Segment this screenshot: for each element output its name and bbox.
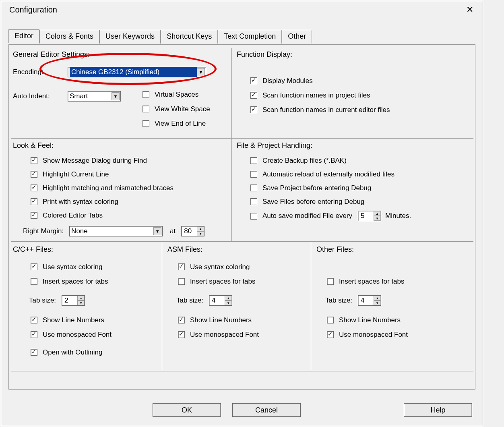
cpp-syntax-label: Use syntax coloring bbox=[43, 263, 102, 271]
save-project-check[interactable] bbox=[250, 184, 257, 191]
scan-project-check[interactable] bbox=[250, 92, 257, 99]
display-modules-check[interactable] bbox=[250, 77, 257, 84]
save-project-label: Save Project before entering Debug bbox=[262, 184, 371, 192]
asm-lineno-label: Show Line Numbers bbox=[190, 316, 252, 324]
autoreload-label: Automatic reload of externally modified … bbox=[262, 170, 395, 178]
autoindent-combo[interactable]: Smart ▼ bbox=[68, 91, 121, 102]
margin-at-spin[interactable]: ▲▼ bbox=[181, 226, 204, 236]
display-modules-label: Display Modules bbox=[262, 77, 313, 85]
autoreload-check[interactable] bbox=[250, 171, 257, 178]
autoindent-label: Auto Indent: bbox=[13, 92, 50, 100]
cpp-spaces-label: Insert spaces for tabs bbox=[43, 278, 108, 286]
tab-colors-fonts[interactable]: Colors & Fonts bbox=[39, 30, 99, 44]
tab-shortcut-keys[interactable]: Shortcut Keys bbox=[161, 30, 218, 44]
margin-at-input[interactable] bbox=[183, 227, 197, 236]
up-icon[interactable]: ▲ bbox=[374, 211, 381, 216]
close-icon[interactable]: ✕ bbox=[462, 4, 478, 15]
minutes-label: Minutes. bbox=[385, 212, 411, 220]
show-msg-check[interactable] bbox=[31, 157, 37, 164]
other-mono-check[interactable] bbox=[327, 331, 334, 338]
backup-label: Create Backup files (*.BAK) bbox=[262, 157, 347, 165]
asm-syntax-label: Use syntax coloring bbox=[190, 263, 250, 271]
down-icon[interactable]: ▼ bbox=[77, 301, 85, 305]
asm-lineno-check[interactable] bbox=[178, 317, 185, 323]
autosave-input[interactable] bbox=[360, 211, 374, 220]
other-mono-label: Use monospaced Font bbox=[339, 331, 408, 339]
tab-user-keywords[interactable]: User Keywords bbox=[99, 30, 161, 44]
down-icon[interactable]: ▼ bbox=[374, 216, 381, 221]
other-lineno-check[interactable] bbox=[327, 317, 334, 323]
asm-heading: ASM Files: bbox=[167, 245, 202, 254]
tab-text-completion[interactable]: Text Completion bbox=[218, 30, 282, 44]
button-bar: OK Cancel Help bbox=[8, 403, 475, 417]
cpp-tab-input[interactable] bbox=[64, 296, 77, 305]
cpp-syntax-check[interactable] bbox=[31, 263, 37, 270]
autosave-spin[interactable]: ▲▼ bbox=[358, 211, 381, 221]
backup-check[interactable] bbox=[250, 157, 257, 164]
scan-editor-check[interactable] bbox=[250, 106, 257, 113]
view-eol-check[interactable] bbox=[143, 120, 149, 127]
ok-button[interactable]: OK bbox=[153, 403, 221, 417]
up-icon[interactable]: ▲ bbox=[197, 226, 204, 231]
other-tab-label: Tab size: bbox=[325, 296, 352, 305]
chevron-down-icon[interactable]: ▼ bbox=[112, 92, 120, 100]
scan-editor-label: Scan function names in current editor fi… bbox=[262, 106, 390, 114]
asm-spaces-check[interactable] bbox=[178, 278, 185, 285]
cpp-outline-check[interactable] bbox=[31, 349, 37, 356]
save-files-check[interactable] bbox=[250, 198, 257, 205]
up-icon[interactable]: ▲ bbox=[77, 296, 85, 301]
virtual-spaces-label: Virtual Spaces bbox=[155, 91, 198, 99]
tab-other[interactable]: Other bbox=[282, 30, 312, 44]
file-handling-heading: File & Project Handling: bbox=[237, 141, 312, 150]
down-icon[interactable]: ▼ bbox=[197, 231, 204, 236]
cpp-outline-label: Open with Outlining bbox=[43, 348, 102, 357]
editor-panel: General Editor Settings: Encoding: Chine… bbox=[8, 44, 475, 390]
window-title: Configuration bbox=[9, 5, 57, 15]
other-tab-input[interactable] bbox=[360, 296, 374, 305]
encoding-combo[interactable]: Chinese GB2312 (Simplified) ▼ bbox=[68, 67, 206, 77]
configuration-dialog: Configuration ✕ Editor Colors & Fonts Us… bbox=[1, 1, 483, 426]
other-tab-spin[interactable]: ▲▼ bbox=[358, 295, 381, 306]
help-button[interactable]: Help bbox=[404, 403, 472, 417]
cpp-mono-check[interactable] bbox=[31, 331, 37, 338]
other-spaces-label: Insert spaces for tabs bbox=[339, 278, 405, 286]
right-margin-combo[interactable]: None ▼ bbox=[69, 226, 163, 236]
lookfeel-heading: Look & Feel: bbox=[13, 141, 54, 150]
other-spaces-check[interactable] bbox=[327, 278, 334, 285]
cpp-spaces-check[interactable] bbox=[31, 278, 37, 285]
tab-editor[interactable]: Editor bbox=[8, 29, 39, 43]
tabstrip: Editor Colors & Fonts User Keywords Shor… bbox=[8, 29, 483, 43]
chevron-down-icon[interactable]: ▼ bbox=[197, 68, 205, 76]
chevron-down-icon[interactable]: ▼ bbox=[153, 227, 161, 235]
titlebar: Configuration ✕ bbox=[1, 1, 483, 18]
autosave-check[interactable] bbox=[250, 213, 257, 220]
virtual-spaces-check[interactable] bbox=[143, 91, 149, 98]
other-lineno-label: Show Line Numbers bbox=[339, 316, 401, 324]
cancel-button[interactable]: Cancel bbox=[232, 403, 301, 417]
encoding-value: Chinese GB2312 (Simplified) bbox=[70, 67, 197, 77]
asm-mono-check[interactable] bbox=[178, 331, 185, 338]
asm-tab-input[interactable] bbox=[211, 296, 225, 305]
down-icon[interactable]: ▼ bbox=[374, 301, 381, 305]
asm-syntax-check[interactable] bbox=[178, 263, 185, 270]
scan-project-label: Scan function names in project files bbox=[262, 91, 370, 99]
cpp-lineno-label: Show Line Numbers bbox=[43, 316, 104, 324]
colored-tabs-check[interactable] bbox=[31, 212, 37, 219]
colored-tabs-label: Colored Editor Tabs bbox=[43, 211, 103, 220]
function-display-heading: Function Display: bbox=[237, 50, 292, 59]
hl-line-check[interactable] bbox=[31, 171, 37, 178]
cpp-lineno-check[interactable] bbox=[31, 317, 37, 323]
up-icon[interactable]: ▲ bbox=[374, 296, 381, 301]
other-heading: Other Files: bbox=[316, 245, 354, 254]
general-heading: General Editor Settings: bbox=[13, 50, 90, 59]
down-icon[interactable]: ▼ bbox=[225, 301, 232, 305]
print-syntax-check[interactable] bbox=[31, 198, 37, 205]
up-icon[interactable]: ▲ bbox=[225, 296, 232, 301]
cpp-tab-spin[interactable]: ▲▼ bbox=[62, 295, 85, 306]
autosave-label: Auto save modified File every bbox=[262, 212, 352, 220]
asm-tab-spin[interactable]: ▲▼ bbox=[209, 295, 232, 306]
hl-braces-check[interactable] bbox=[31, 184, 37, 191]
right-margin-value: None bbox=[71, 227, 88, 235]
save-files-label: Save Files before entering Debug bbox=[262, 198, 364, 206]
view-whitespace-check[interactable] bbox=[143, 106, 149, 112]
